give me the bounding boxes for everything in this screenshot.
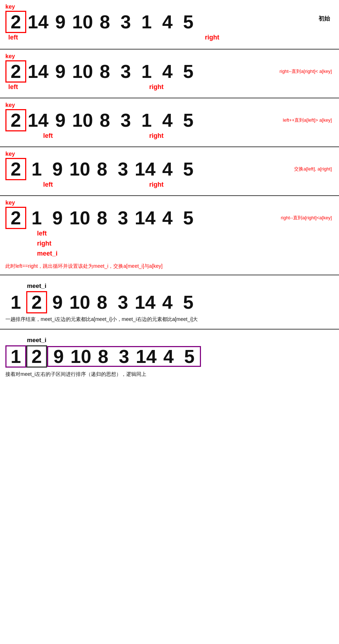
array-cell-8: 5	[179, 347, 200, 366]
side-note: left++直到a[left]> a[key]	[283, 117, 332, 123]
array-cell-4: 8	[92, 293, 113, 312]
array-cell-6: 14	[133, 293, 157, 312]
array-cell-6: 1	[136, 13, 157, 31]
array-cell-8: 5	[178, 293, 199, 312]
section-s6: meet_i 12910831445 一趟排序结束，meet_i左边的元素都比a…	[0, 275, 339, 330]
side-note: right--直到a[right]<a[key]	[281, 215, 332, 221]
array-cell-2: 9	[50, 111, 71, 130]
array-row: 21491083145 初始	[5, 11, 334, 33]
array-cell-2: 9	[47, 293, 68, 312]
side-note: 交换a[left], a[right]	[294, 166, 332, 172]
section-s5: key 21910831445 right--直到a[right]<a[key]…	[0, 196, 339, 275]
array-cell-8: 5	[178, 209, 199, 227]
array-cell-0: 2	[5, 207, 26, 229]
array-cell-3: 10	[71, 111, 95, 130]
annotation-row: left right	[5, 181, 334, 192]
array-cell-7: 4	[157, 62, 178, 81]
section-s1: key 21491083145 初始 left right	[0, 0, 339, 50]
array-row: 21491083145 left++直到a[left]> a[key]	[5, 109, 334, 131]
array-cell-7: 4	[158, 347, 179, 366]
left-label: left	[8, 83, 18, 91]
array-cell-7: 4	[157, 111, 178, 130]
key-label: key	[5, 200, 334, 206]
array-row: 21910831445 交换a[left], a[right]	[5, 158, 334, 180]
array-cell-4: 8	[92, 209, 113, 227]
right-group: 9 10 8 3 14 4 5	[47, 346, 201, 367]
array-cell-3: 10	[68, 293, 92, 312]
key-label: key	[5, 4, 334, 10]
bottom-note: 接着对meet_i左右的子区间进行排序（递归的思想），逻辑同上	[5, 371, 334, 378]
right-label: right	[149, 181, 164, 188]
bottom-note: 一趟排序结束，meet_i左边的元素都比a[meet_i]小，meet_i右边的…	[5, 316, 334, 323]
array-cell-2: 9	[47, 160, 68, 178]
array-row: 21491083145 right--直到a[right]< a[key]	[5, 60, 334, 83]
array-cell-5: 3	[115, 111, 136, 130]
pointer-area: left right meet_i	[5, 229, 334, 261]
array-cell-3: 10	[68, 160, 92, 178]
annotation-row: left right	[5, 34, 334, 45]
array-row: 21910831445 right--直到a[right]<a[key]	[5, 207, 334, 229]
array-cell-1: 14	[26, 13, 50, 31]
array-cell-5: 3	[113, 209, 133, 227]
array-cell-0: 1	[5, 293, 26, 312]
meet-label: meet_i	[27, 337, 334, 344]
array-cell-5: 3	[114, 347, 134, 366]
right-label: right	[37, 240, 51, 247]
key-label: key	[5, 151, 334, 157]
array-cell-0: 2	[5, 60, 26, 83]
array-cell-0: 2	[5, 109, 26, 131]
array-cell-5: 3	[113, 293, 133, 312]
array-cell-7: 4	[157, 13, 178, 31]
array-row: 12910831445	[5, 291, 334, 313]
array-cell-2: 9	[47, 209, 68, 227]
array-cell-1: 2	[26, 345, 47, 368]
array-cell-2: 9	[48, 347, 69, 366]
side-note: 初始	[319, 15, 330, 23]
array-cell-8: 5	[178, 13, 199, 31]
array-row: 1 2 9 10 8 3 14 4 5	[5, 345, 334, 368]
annotation-row: left right	[5, 132, 334, 144]
array-cell-1: 1	[26, 160, 47, 178]
array-cell-3: 10	[68, 209, 92, 227]
array-cell-6: 1	[136, 111, 157, 130]
section-s7: meet_i 1 2 9 10 8 3 14 4 5 接着对meet_i左右的子…	[0, 330, 339, 384]
left-label: left	[37, 230, 47, 237]
left-label: left	[43, 181, 53, 188]
right-label: right	[149, 132, 164, 140]
array-cell-7: 4	[157, 160, 178, 178]
section-s3: key 21491083145 left++直到a[left]> a[key] …	[0, 98, 339, 147]
section-s2: key 21491083145 right--直到a[right]< a[key…	[0, 50, 339, 98]
array-cell-6: 14	[133, 209, 157, 227]
array-cell-1: 14	[26, 62, 50, 81]
array-cell-1: 1	[26, 209, 47, 227]
array-cell-8: 5	[178, 62, 199, 81]
array-cell-4: 8	[92, 160, 113, 178]
array-cell-3: 10	[71, 13, 95, 31]
meet-label: meet_i	[37, 250, 58, 257]
array-cell-4: 8	[93, 347, 114, 366]
array-cell-8: 5	[178, 160, 199, 178]
array-cell-0: 2	[5, 11, 26, 33]
array-cell-6: 14	[134, 347, 158, 366]
array-cell-3: 10	[69, 347, 93, 366]
key-label: key	[5, 102, 334, 108]
array-cell-4: 8	[95, 62, 115, 81]
array-cell-6: 14	[133, 160, 157, 178]
array-cell-6: 1	[136, 62, 157, 81]
array-cell-4: 8	[95, 111, 115, 130]
array-cell-1: 14	[26, 111, 50, 130]
section-s4: key 21910831445 交换a[left], a[right] left…	[0, 147, 339, 196]
array-cell-7: 4	[157, 209, 178, 227]
array-cell-8: 5	[178, 111, 199, 130]
right-label: right	[149, 83, 164, 91]
array-cell-5: 3	[115, 13, 136, 31]
left-label: left	[43, 132, 53, 140]
array-cell-4: 8	[95, 13, 115, 31]
key-label: key	[5, 53, 334, 60]
side-note: right--直到a[right]< a[key]	[279, 68, 332, 75]
array-cell-3: 10	[71, 62, 95, 81]
array-cell-5: 3	[115, 62, 136, 81]
array-cell-5: 3	[113, 160, 133, 178]
array-cell-7: 4	[157, 293, 178, 312]
meet-label: meet_i	[27, 283, 334, 290]
